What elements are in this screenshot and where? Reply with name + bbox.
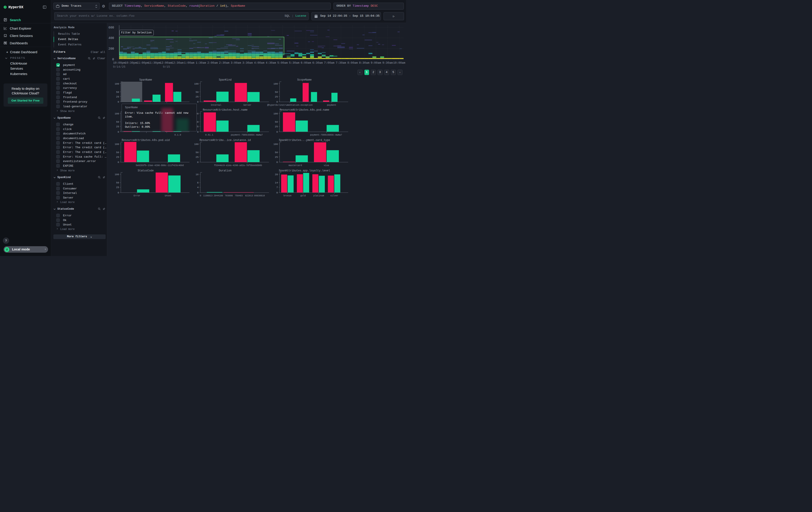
svg-text:50: 50 (196, 151, 199, 154)
svg-text:25: 25 (116, 96, 119, 98)
svg-text:12:00am: 12:00am (160, 61, 172, 64)
svg-text:759483: 759483 (235, 194, 243, 197)
svg-text:25: 25 (196, 96, 199, 98)
svg-text:Internal: Internal (210, 104, 221, 106)
svg-text:9:30am: 9:30am (382, 61, 393, 64)
svg-text:ResourceAttributes.k8s.pod.nam: ResourceAttributes.k8s.pod.name (280, 108, 329, 111)
svg-text:6:00am: 6:00am (300, 61, 311, 64)
svg-text:Error: Error (134, 194, 140, 197)
svg-text:9/15: 9/15 (163, 65, 170, 69)
svg-text:2944180: 2944180 (214, 194, 223, 197)
svg-text:100: 100 (273, 112, 278, 115)
svg-text:Unset: Unset (165, 194, 171, 197)
svg-text:SpanName: SpanName (139, 78, 152, 81)
svg-text:0: 0 (118, 191, 119, 194)
svg-text:0: 0 (277, 101, 278, 103)
svg-text:SpanAttributes.app.loyalty.lev: SpanAttributes.app.loyalty.level (279, 169, 330, 172)
svg-text:1:00am: 1:00am (184, 61, 194, 64)
svg-text:0: 0 (118, 101, 119, 103)
svg-text:0: 0 (197, 161, 199, 164)
svg-text:gold: gold (300, 194, 306, 197)
svg-text:25: 25 (275, 96, 278, 98)
svg-text:bronze: bronze (284, 194, 291, 197)
svg-text:100: 100 (273, 143, 278, 145)
svg-text:7: 7 (277, 186, 278, 189)
svg-text:silver: silver (330, 194, 338, 197)
svg-text:703098: 703098 (225, 194, 233, 197)
svg-text:ScopeName: ScopeName (297, 78, 312, 81)
svg-text:9:00am: 9:00am (371, 61, 381, 64)
svg-text:25: 25 (116, 125, 119, 128)
svg-text:50: 50 (275, 91, 278, 93)
svg-text:Server: Server (243, 104, 251, 106)
svg-text:200: 200 (109, 47, 114, 51)
svg-text:0: 0 (197, 101, 199, 103)
svg-text:4:00am: 4:00am (254, 61, 264, 64)
svg-text:50: 50 (275, 151, 278, 154)
svg-text:8: 8 (197, 182, 199, 184)
svg-text:0: 0 (197, 131, 199, 133)
svg-text:f5344ec9-a1ea-4290-a62a-78f5be: f5344ec9-a1ea-4290-a62a-78f5bee8d90b (214, 164, 262, 167)
svg-text:platinum: platinum (313, 194, 324, 197)
svg-text:ResourceAttributes.host.name: ResourceAttributes.host.name (203, 108, 248, 111)
svg-text:14: 14 (275, 182, 278, 184)
svg-text:payment-7985c8969c-mwmw7: payment-7985c8969c-mwmw7 (231, 134, 263, 136)
svg-text:7:00am: 7:00am (324, 61, 335, 64)
svg-text:0: 0 (197, 191, 199, 194)
svg-text:10:00pm: 10:00pm (113, 61, 125, 64)
svg-text:50: 50 (196, 91, 199, 93)
svg-text:5:00am: 5:00am (277, 61, 288, 64)
svg-text:0: 0 (277, 131, 278, 133)
svg-text:0.51.1: 0.51.1 (205, 134, 213, 136)
svg-text:25: 25 (196, 156, 199, 159)
svg-text:payment-7985c8969c-mwmw7: payment-7985c8969c-mwmw7 (310, 134, 342, 136)
svg-text:payment: payment (327, 104, 336, 106)
svg-text:ResourceAttribu..ice.instance.: ResourceAttribu..ice.instance.id (200, 139, 251, 142)
svg-text:StatusCode: StatusCode (138, 169, 154, 172)
svg-text:4:30am: 4:30am (266, 61, 276, 64)
svg-text:2:00am: 2:00am (207, 61, 218, 64)
svg-text:5:30am: 5:30am (289, 61, 299, 64)
svg-text:400: 400 (109, 36, 114, 40)
svg-text:12:30am: 12:30am (171, 61, 184, 64)
svg-text:8:30am: 8:30am (359, 61, 370, 64)
svg-text:Duration: Duration (219, 169, 232, 172)
svg-text:1:30am: 1:30am (196, 61, 206, 64)
svg-text:0.1.0: 0.1.0 (174, 134, 181, 136)
svg-text:0: 0 (112, 58, 114, 61)
svg-text:3:30am: 3:30am (242, 61, 253, 64)
svg-text:99930810: 99930810 (254, 194, 265, 197)
svg-text:100: 100 (115, 143, 119, 145)
svg-text:1198813: 1198813 (203, 194, 212, 197)
svg-text:8:00am: 8:00am (347, 61, 358, 64)
svg-text:@hyperdx/instrumentation-excep: @hyperdx/instrumentation-exception (267, 104, 313, 106)
svg-text:mastercard: mastercard (289, 164, 302, 167)
svg-text:100: 100 (115, 173, 119, 176)
svg-text:4: 4 (197, 186, 199, 189)
svg-text:50: 50 (116, 120, 119, 123)
svg-text:10:00am: 10:00am (393, 61, 405, 64)
svg-text:822013: 822013 (245, 194, 253, 197)
svg-text:2:30am: 2:30am (219, 61, 229, 64)
svg-text:7:30am: 7:30am (336, 61, 346, 64)
svg-text:0: 0 (277, 161, 278, 164)
svg-text:0: 0 (118, 131, 119, 133)
svg-text:50: 50 (116, 151, 119, 154)
svg-text:SpanKind: SpanKind (219, 78, 232, 81)
svg-text:ResourceAttributes.k8s.pod.uid: ResourceAttributes.k8s.pod.uid (122, 139, 170, 142)
svg-text:100: 100 (115, 83, 119, 85)
svg-text:9/14/25: 9/14/25 (113, 65, 125, 69)
svg-text:11:00pm: 11:00pm (137, 61, 149, 64)
svg-text:SpanAttributes...yment.card_ty: SpanAttributes...yment.card_type (279, 139, 330, 142)
svg-text:50: 50 (275, 120, 278, 123)
svg-text:0: 0 (200, 194, 201, 197)
svg-text:25: 25 (116, 156, 119, 159)
svg-text:0: 0 (277, 191, 278, 194)
svg-text:100: 100 (194, 143, 199, 145)
svg-text:100: 100 (194, 83, 199, 85)
svg-text:16: 16 (196, 173, 199, 176)
svg-text:3:00am: 3:00am (231, 61, 241, 64)
svg-text:50: 50 (116, 91, 119, 93)
svg-text:50: 50 (116, 182, 119, 184)
svg-text:600: 600 (109, 26, 114, 29)
